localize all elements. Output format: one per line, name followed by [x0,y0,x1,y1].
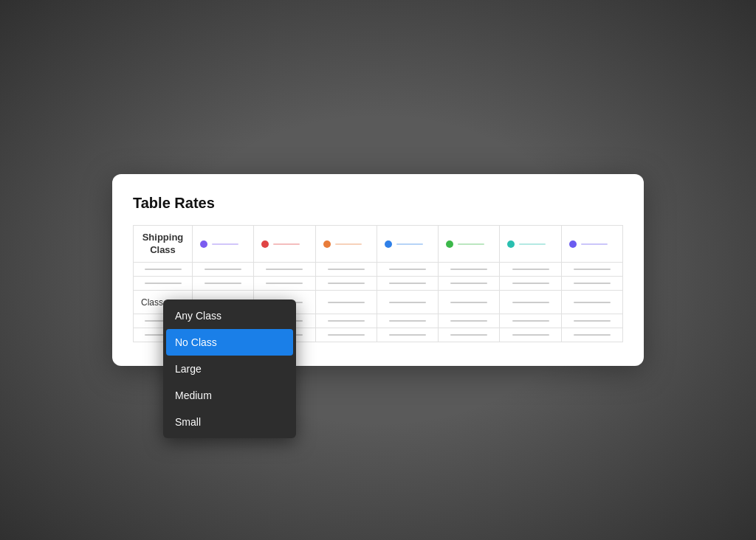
row3-c6 [500,291,561,314]
row2-c6 [500,277,561,291]
table-row [134,263,623,277]
shipping-class-header: ShippingClass [134,225,193,263]
row1-c1 [193,263,254,277]
row2-label [134,277,193,291]
dropdown-item-medium[interactable]: Medium [163,382,296,409]
table-row-dropdown: Class ▾ Any Class No Class Large Medium … [134,291,623,314]
col-header-6 [500,225,561,263]
row2-c7 [561,277,622,291]
dot-line-violet [581,243,608,245]
row4-c4 [377,314,438,328]
dot-line-orange [335,243,362,245]
row1-c4 [377,263,438,277]
dropdown-item-any-class[interactable]: Any Class [163,302,296,329]
dot-violet [569,240,577,248]
dot-green [446,240,453,248]
row4-c3 [315,314,377,328]
class-cell: Class ▾ Any Class No Class Large Medium … [134,291,193,314]
row3-c3 [315,291,377,314]
dot-line-purple [212,243,238,245]
row2-c3 [315,277,377,291]
row1-c6 [500,263,561,277]
class-trigger-label: Class [141,297,163,308]
col-header-5 [439,225,500,263]
dot-line-green [458,243,484,245]
row5-c5 [439,328,500,342]
col-header-4 [377,225,438,263]
row4-c6 [500,314,561,328]
dot-line-blue [396,243,423,245]
dropdown-item-small[interactable]: Small [163,409,296,435]
row2-c4 [377,277,438,291]
dot-line-red [273,243,300,245]
row5-c4 [377,328,438,342]
rates-table: ShippingClass [133,225,623,343]
row2-c1 [193,277,254,291]
col-header-2 [254,225,315,263]
row5-c6 [500,328,561,342]
row5-c7 [561,328,622,342]
dropdown-wrapper: Class ▾ Any Class No Class Large Medium … [141,297,185,308]
table-rates-card: Table Rates ShippingClass [112,174,644,367]
row1-label [134,263,193,277]
row3-c4 [377,291,438,314]
row1-c2 [254,263,315,277]
table-row [134,277,623,291]
row4-c5 [439,314,500,328]
row3-c7 [561,291,622,314]
dot-teal [507,240,515,248]
col-header-7 [561,225,622,263]
row5-c3 [315,328,377,342]
dropdown-item-large[interactable]: Large [163,356,296,382]
dot-line-teal [519,243,546,245]
card-title: Table Rates [133,195,623,212]
row1-c3 [315,263,377,277]
row1-c7 [561,263,622,277]
dot-orange [323,240,331,248]
dot-red [261,240,269,248]
dot-purple [200,240,207,248]
dropdown-menu: Any Class No Class Large Medium Small [163,300,296,438]
row1-c5 [439,263,500,277]
col-header-3 [315,225,377,263]
col-header-1 [193,225,254,263]
dot-blue [385,240,392,248]
row2-c5 [439,277,500,291]
dropdown-item-no-class[interactable]: No Class [166,329,293,356]
row4-c7 [561,314,622,328]
row2-c2 [254,277,315,291]
row3-c5 [439,291,500,314]
